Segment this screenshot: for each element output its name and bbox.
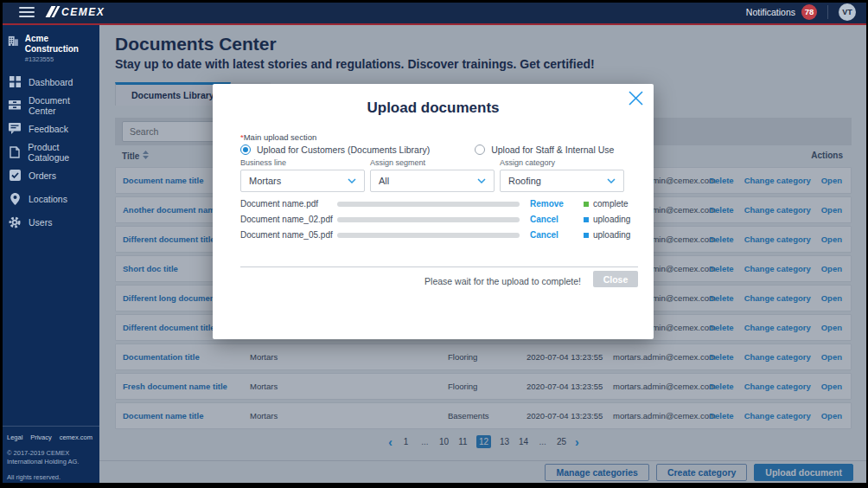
rights-text: All rights reserved.: [7, 473, 93, 481]
chevron-down-icon: [477, 178, 486, 183]
status-square-icon: [584, 233, 589, 238]
radio-selected-icon: [240, 144, 251, 155]
brand-name: CEMEX: [61, 6, 105, 18]
section-label: *Main upload section: [240, 132, 316, 142]
sidebar-item-document-center[interactable]: Document Center: [0, 93, 99, 117]
sidebar-item-users[interactable]: Users: [0, 210, 99, 234]
sidebar-item-orders[interactable]: Orders: [0, 164, 99, 187]
user-avatar[interactable]: VT: [839, 3, 856, 21]
building-icon: [8, 34, 19, 48]
account-number: #1323555: [25, 55, 93, 63]
cemex-logo: CEMEX: [48, 6, 105, 18]
business-line-select[interactable]: Mortars: [240, 170, 365, 192]
feedback-icon: [9, 123, 21, 134]
sidebar-item-dashboard[interactable]: Dashboard: [0, 70, 99, 93]
file-status: uploading: [584, 230, 630, 240]
dropdown-label: Business line: [240, 158, 365, 167]
modal-title: Upload documents: [213, 100, 654, 117]
progress-bar: [337, 202, 520, 207]
upload-wait-note: Please wait for the upload to complete!: [424, 276, 581, 286]
dropdown-label: Assign category: [500, 158, 624, 167]
cancel-link[interactable]: Cancel: [530, 215, 558, 224]
progress-bar: [337, 233, 520, 238]
close-button-disabled[interactable]: Close: [593, 271, 638, 287]
window-frame: [0, 0, 3, 488]
account-name: Acme Construction: [25, 34, 93, 55]
notifications-count-badge[interactable]: 78: [801, 4, 817, 20]
upload-file-row: Document name.pdf Remove complete: [240, 198, 638, 210]
sidebar-item-product-catalogue[interactable]: Product Catalogue: [0, 140, 99, 164]
cancel-link[interactable]: Cancel: [530, 230, 558, 240]
assign-category-select[interactable]: Roofing: [500, 170, 624, 192]
sidebar: Acme Construction #1323555 Dashboard Doc…: [0, 25, 99, 488]
radio-upload-staff[interactable]: Upload for Staff & Internal Use: [475, 144, 614, 155]
upload-file-row: Document name_02.pdf Cancel uploading: [240, 214, 638, 226]
locations-icon: [9, 193, 21, 205]
sidebar-item-locations[interactable]: Locations: [0, 187, 99, 210]
modal-divider: [240, 266, 638, 267]
file-status: complete: [584, 199, 629, 209]
legal-link[interactable]: Legal: [7, 433, 22, 441]
topbar: CEMEX Notifications 78 VT: [0, 0, 868, 23]
hamburger-menu-icon[interactable]: [19, 7, 35, 17]
chevron-down-icon: [607, 178, 616, 183]
remove-link[interactable]: Remove: [530, 199, 564, 209]
privacy-link[interactable]: Privacy: [30, 433, 52, 441]
progress-bar: [337, 217, 520, 222]
product-catalogue-icon: [9, 146, 20, 158]
upload-file-row: Document name_05.pdf Cancel uploading: [240, 229, 638, 241]
file-name: Document name_02.pdf: [240, 215, 333, 224]
chevron-down-icon: [348, 178, 356, 183]
assign-segment-select[interactable]: All: [370, 170, 495, 192]
app-window: CEMEX Notifications 78 VT Acme Construct…: [0, 0, 868, 488]
file-name: Document name_05.pdf: [240, 230, 333, 240]
window-frame: [0, 0, 868, 3]
status-square-icon: [584, 202, 589, 207]
file-name: Document name.pdf: [240, 199, 318, 209]
account-switcher[interactable]: Acme Construction #1323555: [0, 25, 99, 70]
window-frame: [0, 483, 868, 488]
sidebar-item-feedback[interactable]: Feedback: [0, 117, 99, 140]
assign-segment-dropdown: Assign segment All: [370, 158, 495, 192]
orders-icon: [9, 170, 21, 181]
business-line-dropdown: Business line Mortars: [240, 158, 365, 192]
upload-documents-modal: Upload documents *Main upload section Up…: [213, 84, 654, 339]
assign-category-dropdown: Assign category Roofing: [500, 158, 624, 192]
radio-unselected-icon: [475, 144, 485, 155]
dropdown-label: Assign segment: [370, 158, 495, 167]
dashboard-icon: [9, 76, 21, 87]
copyright-text: © 2017-2019 CEMEX International Holding …: [7, 449, 93, 466]
status-square-icon: [584, 217, 589, 222]
file-status: uploading: [584, 215, 630, 224]
upload-target-radios: Upload for Customers (Documents Library)…: [240, 144, 614, 155]
document-center-icon: [9, 100, 21, 111]
radio-upload-customers[interactable]: Upload for Customers (Documents Library): [240, 144, 430, 155]
sidebar-footer: Legal Privacy cemex.com © 2017-2019 CEME…: [0, 426, 99, 481]
topbar-divider: [827, 5, 828, 19]
cemex-com-link[interactable]: cemex.com: [60, 433, 93, 441]
users-icon: [9, 216, 21, 228]
notifications-label[interactable]: Notifications: [746, 7, 795, 17]
